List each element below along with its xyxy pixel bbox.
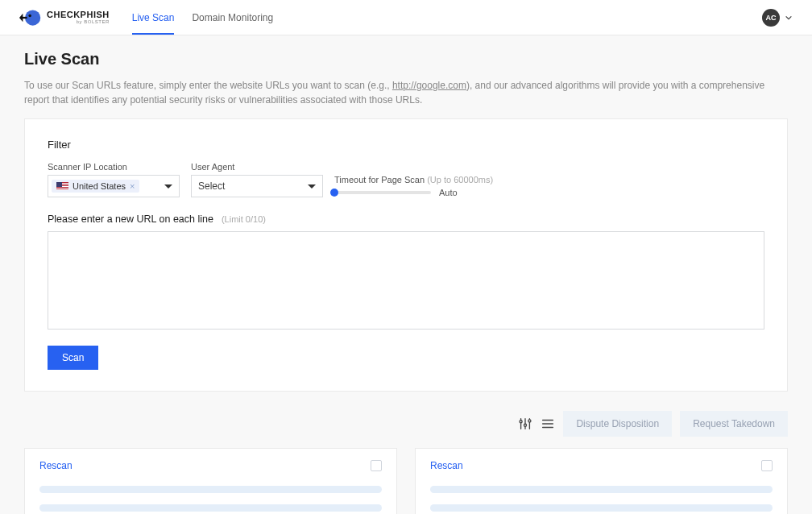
page-title: Live Scan [24,50,788,68]
brand-byline: by BOLSTER [47,19,110,24]
brand-logo[interactable]: CHECKPHISH by BOLSTER [19,6,110,29]
caret-down-icon [308,184,316,189]
logo-icon [19,6,42,29]
scanner-location-select[interactable]: United States × [48,175,180,197]
timeout-control: Auto [334,188,493,197]
user-agent-select[interactable]: Select [191,175,323,197]
results-toolbar: Dispute Disposition Request Takedown [24,411,788,437]
app-header: CHECKPHISH by BOLSTER Live Scan Domain M… [0,0,812,35]
svg-point-6 [524,424,527,426]
result-card-header: Rescan [39,460,382,471]
field-user-agent: User Agent Select [191,162,323,197]
chevron-down-icon [785,14,793,22]
rescan-link[interactable]: Rescan [39,460,72,471]
timeout-label-text: Timeout for Page Scan [334,175,427,184]
slider-thumb[interactable] [330,189,338,197]
intro-pre: To use our Scan URLs feature, simply ent… [24,80,392,91]
url-label-row: Please enter a new URL on each line (Lim… [48,213,764,225]
filter-card: Filter Scanner IP Location United States… [24,118,788,392]
avatar[interactable]: AC [762,9,780,27]
skeleton-line [39,486,382,493]
timeout-slider[interactable] [334,191,431,194]
timeout-label: Timeout for Page Scan (Up to 60000ms) [334,175,493,184]
url-input-limit: (Limit 0/10) [222,214,266,224]
result-checkbox[interactable] [371,460,382,471]
svg-point-8 [528,420,531,422]
timeout-value: Auto [439,188,458,197]
request-takedown-button[interactable]: Request Takedown [680,411,788,437]
result-card: Rescan [24,448,397,514]
result-checkbox[interactable] [761,460,773,471]
timeout-hint: (Up to 60000ms) [427,175,493,184]
skeleton-line [39,504,382,512]
caret-down-icon [164,184,172,189]
user-agent-label: User Agent [191,162,323,172]
url-textarea[interactable] [48,231,764,330]
svg-point-4 [520,421,522,423]
field-scanner-location: Scanner IP Location United States × [48,162,180,197]
svg-point-2 [28,14,31,17]
header-left: CHECKPHISH by BOLSTER Live Scan Domain M… [19,1,273,35]
scanner-location-label: Scanner IP Location [48,162,180,172]
scanner-location-chip: United States × [52,180,139,193]
scanner-location-remove[interactable]: × [130,181,135,191]
skeleton-line [430,486,773,493]
nav-tabs: Live Scan Domain Monitoring [132,1,273,35]
page-intro: To use our Scan URLs feature, simply ent… [24,78,765,107]
dispute-disposition-button[interactable]: Dispute Disposition [563,411,672,437]
result-card: Rescan [415,448,788,514]
list-view-icon[interactable] [541,417,555,431]
brand-name: CHECKPHISH [47,10,110,19]
scanner-location-value: United States [72,181,126,191]
svg-rect-1 [23,16,27,18]
skeleton-line [430,504,773,512]
sliders-icon[interactable] [518,417,532,431]
logo-text: CHECKPHISH by BOLSTER [47,10,110,24]
url-input-label: Please enter a new URL on each line [48,213,213,225]
intro-example-link[interactable]: http://google.com [392,80,466,91]
filter-heading: Filter [48,139,764,151]
scan-button[interactable]: Scan [48,346,98,370]
filter-row: Scanner IP Location United States × User… [48,162,764,197]
header-right[interactable]: AC [762,9,793,27]
user-agent-value: Select [198,180,225,192]
page-body: Live Scan To use our Scan URLs feature, … [0,35,812,514]
svg-point-0 [25,10,40,25]
field-timeout: Timeout for Page Scan (Up to 60000ms) Au… [334,175,493,197]
rescan-link[interactable]: Rescan [430,460,463,471]
result-card-header: Rescan [430,460,773,471]
tab-domain-monitoring[interactable]: Domain Monitoring [192,1,273,35]
flag-us-icon [56,182,68,190]
results-row: Rescan Rescan [24,448,788,514]
tab-live-scan[interactable]: Live Scan [132,1,175,35]
